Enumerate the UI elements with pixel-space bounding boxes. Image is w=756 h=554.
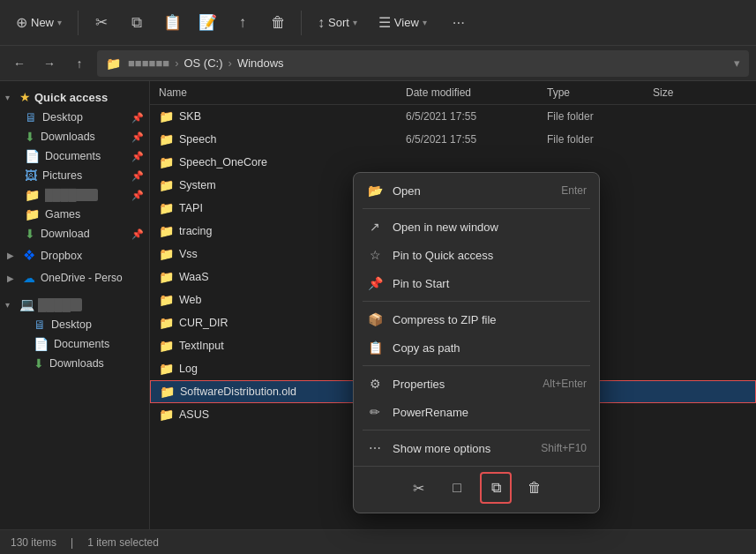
path-drive-label: ■■■■■■ <box>128 56 169 70</box>
address-path[interactable]: 📁 ■■■■■■ › OS (C:) › Windows ▾ <box>97 50 749 77</box>
file-row[interactable]: 📁 Speech 6/5/2021 17:55 File folder <box>150 128 756 151</box>
ctx-item-icon: 📌 <box>366 274 384 292</box>
back-button[interactable]: ← <box>7 51 32 76</box>
folder-icon: 📁 <box>106 56 121 71</box>
status-selected: 1 item selected <box>87 536 159 549</box>
sidebar-pc-desktop[interactable]: 🖥 Desktop <box>0 315 149 334</box>
path-sep-2: › <box>228 56 232 70</box>
blurred-folder-icon: 📁 <box>25 188 40 202</box>
sidebar-item-games[interactable]: 📁 Games <box>0 205 149 224</box>
pc-icon: 💻 <box>19 297 34 311</box>
share-toolbar-button[interactable]: ↑ <box>227 7 258 39</box>
cut-toolbar-button[interactable]: ✂ <box>86 7 117 39</box>
pin-icon-download: 📌 <box>131 228 144 240</box>
row-name: Speech <box>179 133 216 146</box>
ctx-item-compress-to-zip-file[interactable]: 📦 Compress to ZIP file <box>354 305 599 333</box>
sidebar-item-blurred[interactable]: 📁 ████ 📌 <box>0 185 149 205</box>
ctx-item-powerrename[interactable]: ✏ PowerRename <box>354 398 599 426</box>
row-name: CUR_DIR <box>179 317 228 329</box>
ctx-item-icon: ✏ <box>366 403 384 421</box>
sort-chevron-icon: ▾ <box>353 18 357 27</box>
pin-icon-blurred: 📌 <box>131 190 144 201</box>
ctx-item-label: Show more options <box>393 442 532 455</box>
row-name: SKB <box>179 110 201 123</box>
sidebar-item-pictures[interactable]: 🖼 Pictures 📌 <box>0 166 149 185</box>
copy-toolbar-button[interactable]: ⧉ <box>121 7 153 39</box>
ctx-item-pin-to-start[interactable]: 📌 Pin to Start <box>354 269 599 297</box>
row-name: SoftwareDistribution.old <box>180 386 296 398</box>
sidebar-pc-downloads[interactable]: ⬇ Downloads <box>0 354 149 373</box>
copy-icon[interactable]: □ <box>441 472 473 504</box>
file-row[interactable]: 📁 SKB 6/5/2021 17:55 File folder <box>150 105 756 128</box>
path-dropdown-icon[interactable]: ▾ <box>734 56 740 70</box>
row-type: File folder <box>547 110 653 123</box>
row-date: 6/5/2021 17:55 <box>406 133 547 146</box>
sort-button[interactable]: ↕ Sort ▾ <box>309 11 366 35</box>
row-date: 6/5/2021 17:55 <box>406 110 547 123</box>
row-name: Speech_OneCore <box>179 156 267 168</box>
sidebar-section-pc[interactable]: ▾ 💻 ████ <box>0 294 149 315</box>
forward-button[interactable]: → <box>37 51 62 76</box>
file-row[interactable]: 📁 Speech_OneCore <box>150 151 756 174</box>
view-button[interactable]: ☰ View ▾ <box>370 10 436 35</box>
pc-downloads-label: Downloads <box>49 357 104 370</box>
ctx-bottom-bar: ✂□⧉🗑 <box>354 466 599 509</box>
ctx-item-label: Pin to Quick access <box>393 249 587 262</box>
rename-toolbar-button[interactable]: 📝 <box>191 7 223 39</box>
row-name: tracing <box>179 225 213 237</box>
paste-icon[interactable]: ⧉ <box>480 472 512 504</box>
paste-toolbar-button[interactable]: 📋 <box>156 7 188 39</box>
ctx-separator <box>363 301 590 302</box>
new-button[interactable]: ⊕ New ▾ <box>7 10 71 35</box>
ctx-separator <box>363 430 590 430</box>
row-type: File folder <box>547 133 653 146</box>
new-icon: ⊕ <box>16 14 27 31</box>
ctx-item-label: Open in new window <box>393 221 587 234</box>
cut-icon[interactable]: ✂ <box>402 472 434 504</box>
ctx-item-copy-as-path[interactable]: 📋 Copy as path <box>354 333 599 362</box>
row-folder-icon: 📁 <box>159 339 174 353</box>
more-options-button[interactable]: ··· <box>443 7 475 39</box>
row-folder-icon: 📁 <box>159 270 174 284</box>
sidebar-onedrive[interactable]: ▶ ☁ OneDrive - Perso <box>0 267 149 288</box>
path-folder: Windows <box>237 56 284 70</box>
sort-label: Sort <box>328 16 349 29</box>
ctx-item-label: Pin to Start <box>393 277 587 290</box>
col-header-date: Date modified <box>406 86 547 99</box>
ctx-item-label: PowerRename <box>393 406 587 419</box>
pc-documents-icon: 📄 <box>34 337 49 351</box>
ctx-separator <box>363 365 590 366</box>
pc-label: ████ <box>38 298 82 311</box>
sidebar-item-downloads[interactable]: ⬇ Downloads 📌 <box>0 127 149 146</box>
new-chevron-icon: ▾ <box>57 18 62 27</box>
ctx-item-properties[interactable]: ⚙ Properties Alt+Enter <box>354 370 599 398</box>
row-name: WaaS <box>179 271 209 283</box>
ctx-item-open-in-new-window[interactable]: ↗ Open in new window <box>354 213 599 241</box>
sidebar-dropbox[interactable]: ▶ ❖ Dropbox <box>0 243 149 267</box>
sidebar-section-quick-access[interactable]: ▾ ★ Quick access <box>0 86 149 108</box>
sidebar-item-documents[interactable]: 📄 Documents 📌 <box>0 146 149 166</box>
ctx-item-show-more-options[interactable]: ⋯ Show more options Shift+F10 <box>354 434 599 462</box>
new-label: New <box>31 16 54 29</box>
pin-icon-downloads: 📌 <box>131 131 144 143</box>
delete-icon[interactable]: 🗑 <box>519 472 550 504</box>
view-icon: ☰ <box>378 14 391 31</box>
pc-chevron: ▾ <box>5 300 16 310</box>
row-name: Log <box>179 363 198 375</box>
games-folder-icon: 📁 <box>25 207 40 221</box>
sidebar-item-download[interactable]: ⬇ Download 📌 <box>0 224 149 243</box>
ctx-item-open[interactable]: 📂 Open Enter <box>354 176 599 205</box>
delete-toolbar-button[interactable]: 🗑 <box>262 7 294 39</box>
sidebar-item-desktop[interactable]: 🖥 Desktop 📌 <box>0 108 149 127</box>
onedrive-label: OneDrive - Perso <box>41 272 123 284</box>
onedrive-icon: ☁ <box>23 271 35 285</box>
ctx-item-label: Properties <box>393 378 534 391</box>
address-bar: ← → ↑ 📁 ■■■■■■ › OS (C:) › Windows ▾ <box>0 46 756 81</box>
row-name: Web <box>179 294 201 306</box>
documents-folder-icon: 📄 <box>25 149 40 163</box>
pin-icon-pictures: 📌 <box>131 170 144 182</box>
ctx-item-label: Open <box>393 184 552 198</box>
sidebar-pc-documents[interactable]: 📄 Documents <box>0 334 149 354</box>
up-button[interactable]: ↑ <box>67 51 92 76</box>
ctx-item-pin-to-quick-access[interactable]: ☆ Pin to Quick access <box>354 241 599 269</box>
